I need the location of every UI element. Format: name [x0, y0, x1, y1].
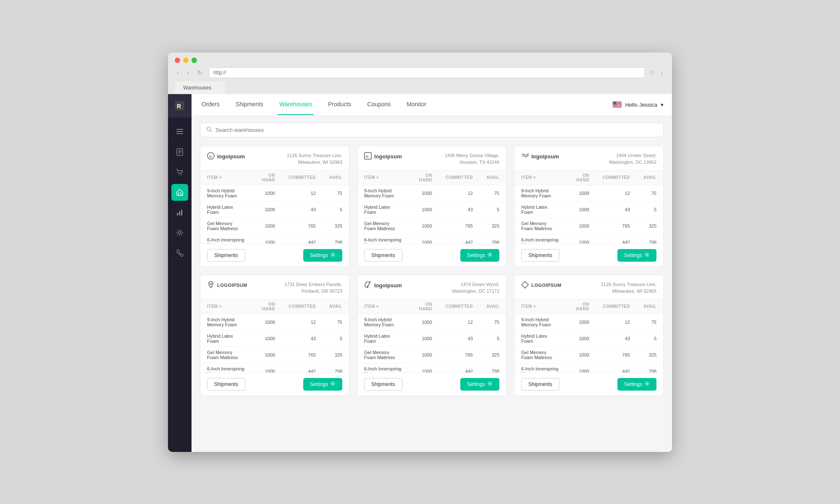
address-line2: Milwaukee, WI 52963	[601, 288, 656, 295]
address-line2: Washington, DC 13962	[609, 159, 656, 166]
shipments-button[interactable]: Shipments	[364, 378, 402, 391]
shipments-button[interactable]: Shipments	[207, 249, 245, 262]
shipments-button[interactable]: Shipments	[521, 249, 559, 262]
sidebar-icon-settings[interactable]	[171, 224, 188, 241]
sort-icon[interactable]: ▾	[533, 175, 536, 180]
col-committed: COMMITTED	[439, 170, 480, 185]
table-body: 9-Inch Hybrid Memory Foam 1000 12 75 Hyb…	[200, 185, 349, 244]
committed-value: 442	[282, 363, 323, 373]
nav-shipments[interactable]: Shipments	[234, 94, 265, 115]
item-name: 6-Inch Innerspring Mattress	[514, 234, 566, 244]
svg-rect-7	[178, 152, 181, 152]
on-hand-value: 1000	[252, 314, 282, 330]
url-bar[interactable]	[209, 67, 645, 78]
svg-point-22	[489, 254, 491, 255]
on-hand-value: 1000	[252, 201, 282, 218]
close-dot[interactable]	[175, 58, 180, 63]
table-row: 9-Inch Hybrid Memory Foam 1000 12 75	[200, 314, 349, 330]
dropdown-icon: ▾	[661, 102, 664, 108]
on-hand-value: 1000	[566, 330, 596, 346]
settings-button[interactable]: Settings	[303, 249, 342, 262]
nav-warehouses[interactable]: Warehouses	[278, 94, 314, 115]
shipments-button[interactable]: Shipments	[364, 249, 402, 262]
on-hand-value: 1000	[566, 201, 596, 218]
browser-dots	[175, 58, 665, 63]
forward-button[interactable]: ›	[185, 68, 192, 77]
nav-coupons[interactable]: Coupons	[365, 94, 392, 115]
maximize-dot[interactable]	[192, 58, 197, 63]
avail-value: 325	[323, 218, 349, 234]
col-on-hand: ON HAND	[252, 170, 282, 185]
sort-icon[interactable]: ▾	[376, 175, 379, 180]
item-label: ITEM	[364, 175, 375, 180]
logo-text: logoipsum	[374, 282, 402, 289]
sidebar-icon-orders[interactable]	[171, 144, 188, 160]
sort-icon[interactable]: ▾	[533, 304, 536, 309]
settings-gear-icon	[487, 381, 493, 388]
browser-bar: ‹ › ↻ ☆ ⋮	[175, 67, 665, 78]
address-line1: 1126 Sunny Treasure Line,	[601, 281, 656, 288]
table-header-row: ITEM ▾ ON HAND COMMITTED AVAIL	[200, 170, 349, 185]
committed-value: 43	[596, 201, 637, 218]
bookmark-icon[interactable]: ☆	[649, 68, 655, 76]
committed-value: 43	[596, 330, 637, 346]
on-hand-value: 1000	[252, 363, 282, 373]
address-line1: 1464 Umber Street,	[609, 152, 656, 159]
table-row: 9-Inch Hybrid Memory Foam 1000 12 75	[357, 185, 506, 201]
committed-value: 765	[596, 346, 637, 363]
settings-button[interactable]: Settings	[460, 378, 499, 391]
search-input[interactable]	[215, 127, 299, 133]
menu-icon[interactable]: ⋮	[659, 68, 665, 76]
refresh-button[interactable]: ↻	[195, 68, 205, 77]
sort-icon[interactable]: ▾	[219, 304, 222, 309]
on-hand-value: 1000	[566, 314, 596, 330]
card-header: logoipsum 1474 Green Wynd, Washington, D…	[357, 275, 506, 299]
table-header-row: ITEM ▾ ON HAND COMMITTED AVAIL	[357, 299, 506, 314]
card-footer: Shipments Settings	[514, 244, 663, 267]
card-address: 1731 Dewy Embers Parade, Portland, OR 58…	[284, 281, 342, 295]
minimize-dot[interactable]	[183, 58, 189, 63]
table-row: Hybrid Latex Foam 1000 43 5	[200, 330, 349, 346]
settings-button[interactable]: Settings	[617, 378, 656, 391]
sidebar-icon-warehouse[interactable]	[171, 184, 188, 201]
nav-products[interactable]: Products	[326, 94, 353, 115]
sidebar-logo[interactable]: R	[168, 94, 192, 118]
user-section[interactable]: 🇺🇸 Hello Jessica ▾	[612, 100, 664, 109]
sidebar-icon-cart[interactable]	[171, 164, 188, 181]
sort-icon[interactable]: ▾	[376, 304, 379, 309]
table-row: Gel Memory Foam Mattress 1000 765 325	[357, 218, 506, 234]
logo-text: LOGOIPSUM	[217, 283, 247, 288]
browser-tab[interactable]: Warehouses	[175, 81, 225, 94]
shipments-button[interactable]: Shipments	[207, 378, 245, 391]
card-logo: lo logoipsum	[364, 152, 402, 161]
on-hand-value: 1000	[409, 234, 439, 244]
nav-monitor[interactable]: Monitor	[405, 94, 428, 115]
col-committed: COMMITTED	[282, 299, 323, 314]
col-avail: AVAIL	[637, 299, 663, 314]
col-committed: COMMITTED	[439, 299, 480, 314]
sidebar-icon-phone[interactable]	[171, 244, 188, 261]
sidebar-icon-analytics[interactable]	[171, 204, 188, 221]
shipments-button[interactable]: Shipments	[521, 378, 559, 391]
table-body: 9-Inch Hybrid Memory Foam 1000 12 75 Hyb…	[357, 185, 506, 244]
settings-button[interactable]: Settings	[303, 378, 342, 391]
on-hand-value: 1000	[566, 185, 596, 201]
col-avail: AVAIL	[323, 299, 349, 314]
committed-value: 765	[282, 346, 323, 363]
sort-icon[interactable]: ▾	[219, 175, 222, 180]
svg-point-16	[207, 127, 211, 131]
settings-button[interactable]: Settings	[460, 249, 499, 262]
table-row: 6-Inch Innerspring Mattress 1000 442 798	[200, 234, 349, 244]
back-button[interactable]: ‹	[175, 68, 181, 77]
on-hand-value: 1000	[252, 346, 282, 363]
top-nav: Orders Shipments Warehouses Products Cou…	[192, 94, 672, 116]
sidebar-icon-list[interactable]	[171, 123, 188, 140]
card-address: 1495 Merry Goose Village, Houston, TX 43…	[445, 152, 499, 166]
address-line2: Washington, DC 17172	[452, 288, 499, 295]
nav-orders[interactable]: Orders	[200, 94, 221, 115]
item-name: Gel Memory Foam Mattress	[514, 346, 566, 363]
card-table-wrapper: ITEM ▾ ON HAND COMMITTED AVAIL 9-Inch Hy…	[514, 170, 663, 244]
settings-button[interactable]: Settings	[617, 249, 656, 262]
committed-value: 765	[282, 218, 323, 234]
user-name: Hello Jessica	[625, 102, 657, 108]
